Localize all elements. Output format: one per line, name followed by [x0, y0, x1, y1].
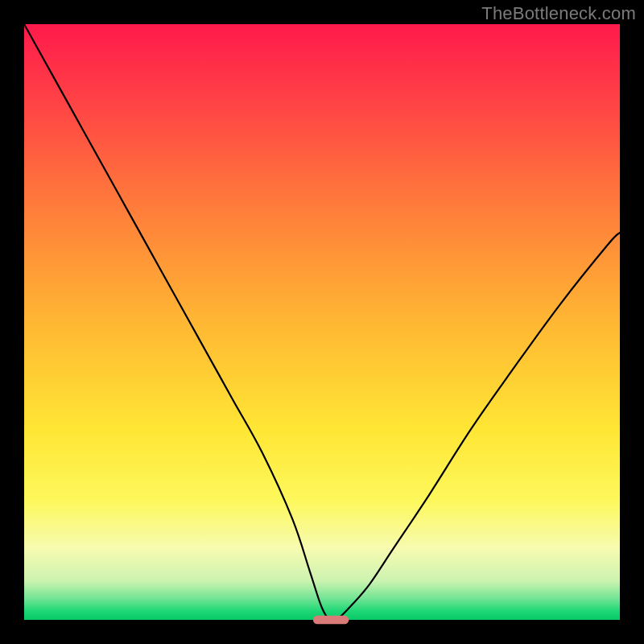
gradient-background — [24, 24, 620, 620]
chart-frame: TheBottleneck.com — [0, 0, 644, 644]
watermark-text: TheBottleneck.com — [481, 3, 636, 24]
optimum-marker — [313, 616, 349, 624]
bottleneck-plot — [0, 0, 644, 644]
